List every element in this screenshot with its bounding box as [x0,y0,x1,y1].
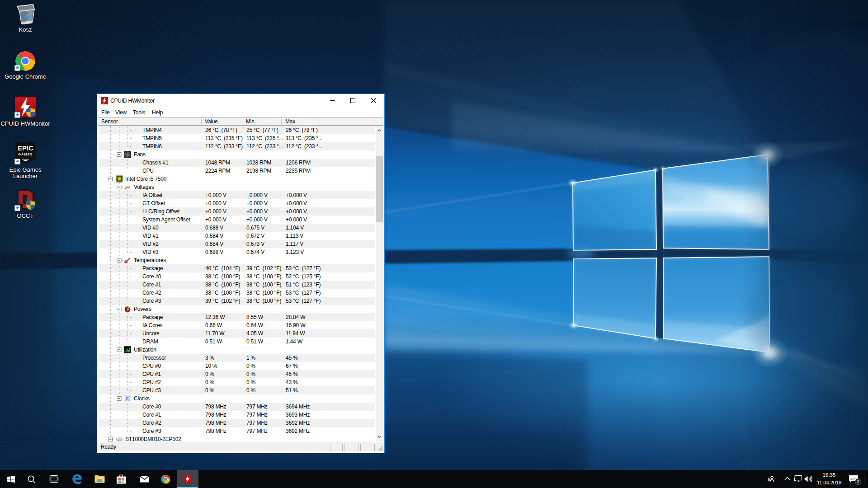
svg-text:GAMES: GAMES [18,152,33,156]
svg-text:EPIC: EPIC [18,144,33,152]
svg-text:2: 2 [857,479,859,484]
